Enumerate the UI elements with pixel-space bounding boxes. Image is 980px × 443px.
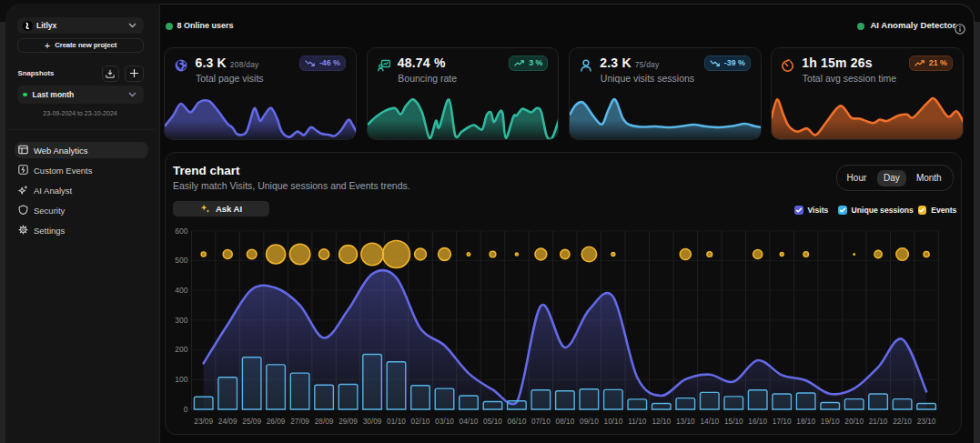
svg-text:600: 600: [175, 227, 187, 236]
svg-text:23/10: 23/10: [917, 417, 936, 426]
svg-text:10/10: 10/10: [604, 417, 623, 426]
svg-text:01/10: 01/10: [387, 417, 406, 426]
svg-text:20/10: 20/10: [844, 417, 864, 426]
svg-text:24/09: 24/09: [218, 417, 237, 426]
svg-text:13/10: 13/10: [676, 417, 695, 426]
svg-text:30/09: 30/09: [363, 417, 382, 426]
svg-text:500: 500: [175, 256, 187, 265]
svg-text:300: 300: [175, 316, 187, 325]
svg-text:23/09: 23/09: [194, 417, 213, 426]
svg-text:21/10: 21/10: [869, 417, 888, 426]
svg-text:27/09: 27/09: [290, 417, 309, 426]
svg-text:400: 400: [175, 286, 187, 295]
svg-text:18/10: 18/10: [796, 417, 815, 426]
svg-text:07/10: 07/10: [531, 417, 551, 426]
svg-text:14/10: 14/10: [700, 417, 719, 426]
svg-text:05/10: 05/10: [483, 417, 502, 426]
svg-text:12/10: 12/10: [652, 417, 671, 426]
svg-text:17/10: 17/10: [773, 417, 792, 426]
svg-text:09/10: 09/10: [580, 417, 599, 426]
svg-text:15/10: 15/10: [724, 417, 743, 426]
svg-text:29/09: 29/09: [338, 417, 358, 426]
svg-text:02/10: 02/10: [411, 417, 430, 426]
svg-text:200: 200: [175, 345, 187, 354]
svg-text:03/10: 03/10: [435, 417, 454, 426]
svg-text:0: 0: [184, 405, 188, 414]
svg-text:25/09: 25/09: [242, 417, 261, 426]
svg-text:04/10: 04/10: [460, 417, 479, 426]
svg-text:100: 100: [175, 375, 187, 384]
svg-text:22/10: 22/10: [893, 417, 912, 426]
svg-text:26/09: 26/09: [267, 417, 286, 426]
svg-text:08/10: 08/10: [556, 417, 575, 426]
svg-text:16/10: 16/10: [748, 417, 767, 426]
svg-text:11/10: 11/10: [628, 417, 647, 426]
svg-text:28/09: 28/09: [315, 417, 334, 426]
svg-text:06/10: 06/10: [508, 417, 527, 426]
svg-text:19/10: 19/10: [821, 417, 840, 426]
